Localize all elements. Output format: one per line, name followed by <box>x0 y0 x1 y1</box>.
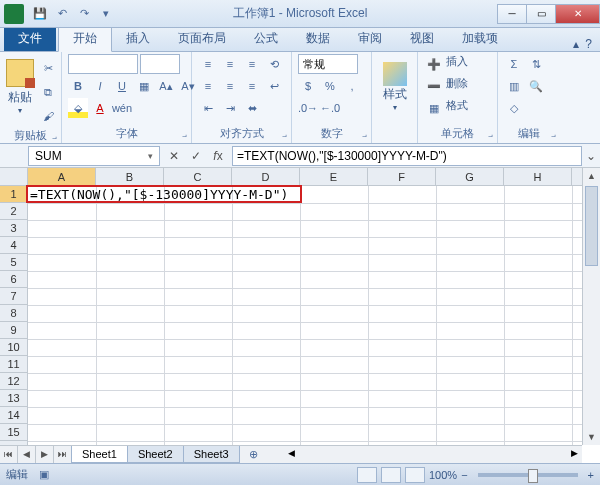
decrease-indent-icon[interactable]: ⇤ <box>198 98 218 118</box>
col-header-C[interactable]: C <box>164 168 232 185</box>
align-right-icon[interactable]: ≡ <box>242 76 262 96</box>
new-sheet-icon[interactable]: ⊕ <box>244 445 264 464</box>
col-header-H[interactable]: H <box>504 168 572 185</box>
sheet-last-icon[interactable]: ⏭ <box>54 446 72 463</box>
orientation-icon[interactable]: ⟲ <box>264 54 284 74</box>
col-header-E[interactable]: E <box>300 168 368 185</box>
row-header-10[interactable]: 10 <box>0 339 27 356</box>
sheet-first-icon[interactable]: ⏮ <box>0 446 18 463</box>
vertical-scrollbar[interactable]: ▲ ▼ <box>582 168 600 445</box>
page-break-view-button[interactable] <box>405 467 425 483</box>
row-header-4[interactable]: 4 <box>0 237 27 254</box>
minimize-button[interactable]: ─ <box>497 4 527 24</box>
align-top-icon[interactable]: ≡ <box>198 54 218 74</box>
italic-button[interactable]: I <box>90 76 110 96</box>
row-header-9[interactable]: 9 <box>0 322 27 339</box>
normal-view-button[interactable] <box>357 467 377 483</box>
fx-icon[interactable]: fx <box>210 149 226 163</box>
bold-button[interactable]: B <box>68 76 88 96</box>
styles-dropdown-icon[interactable]: ▾ <box>393 103 397 112</box>
horizontal-scrollbar[interactable]: ◀ ▶ <box>284 448 582 462</box>
row-header-2[interactable]: 2 <box>0 203 27 220</box>
cell-A1-editing[interactable]: =TEXT(NOW(),"[$-130000]YYYY-M-D") <box>28 186 290 203</box>
tab-file[interactable]: 文件 <box>4 26 56 51</box>
sheet-tab-2[interactable]: Sheet2 <box>127 446 184 463</box>
merge-center-icon[interactable]: ⬌ <box>242 98 262 118</box>
close-button[interactable]: ✕ <box>555 4 600 24</box>
scroll-up-icon[interactable]: ▲ <box>583 168 600 184</box>
phonetic-icon[interactable]: wén <box>112 98 132 118</box>
qat-dropdown-icon[interactable]: ▾ <box>98 6 114 22</box>
scroll-down-icon[interactable]: ▼ <box>583 429 600 445</box>
redo-icon[interactable]: ↷ <box>76 6 92 22</box>
row-header-15[interactable]: 15 <box>0 424 27 441</box>
align-bottom-icon[interactable]: ≡ <box>242 54 262 74</box>
tab-page-layout[interactable]: 页面布局 <box>164 26 240 51</box>
comma-icon[interactable]: , <box>342 76 362 96</box>
zoom-slider[interactable] <box>478 473 578 477</box>
minimize-ribbon-icon[interactable]: ▴ <box>573 37 579 51</box>
zoom-level[interactable]: 100% <box>429 469 457 481</box>
sheet-prev-icon[interactable]: ◀ <box>18 446 36 463</box>
cut-icon[interactable]: ✂ <box>38 58 58 78</box>
format-painter-icon[interactable]: 🖌 <box>38 106 58 126</box>
row-header-11[interactable]: 11 <box>0 356 27 373</box>
tab-review[interactable]: 审阅 <box>344 26 396 51</box>
col-header-A[interactable]: A <box>28 168 96 185</box>
scroll-left-icon[interactable]: ◀ <box>284 448 300 458</box>
currency-icon[interactable]: $ <box>298 76 318 96</box>
copy-icon[interactable]: ⧉ <box>38 82 58 102</box>
fill-color-button[interactable]: ⬙ <box>68 98 88 118</box>
row-header-6[interactable]: 6 <box>0 271 27 288</box>
maximize-button[interactable]: ▭ <box>526 4 556 24</box>
formula-bar[interactable]: =TEXT(NOW(),"[$-130000]YYYY-M-D") <box>232 146 582 166</box>
col-header-F[interactable]: F <box>368 168 436 185</box>
align-middle-icon[interactable]: ≡ <box>220 54 240 74</box>
autosum-icon[interactable]: Σ <box>504 54 524 74</box>
align-center-icon[interactable]: ≡ <box>220 76 240 96</box>
clear-icon[interactable]: ◇ <box>504 98 524 118</box>
paste-dropdown-icon[interactable]: ▾ <box>18 106 22 115</box>
undo-icon[interactable]: ↶ <box>54 6 70 22</box>
tab-data[interactable]: 数据 <box>292 26 344 51</box>
zoom-out-button[interactable]: − <box>461 469 467 481</box>
decrease-decimal-icon[interactable]: ←.0 <box>320 98 340 118</box>
row-header-12[interactable]: 12 <box>0 373 27 390</box>
macro-record-icon[interactable]: ▣ <box>34 465 54 485</box>
cells-grid[interactable]: =TEXT(NOW(),"[$-130000]YYYY-M-D") <box>28 186 582 445</box>
increase-decimal-icon[interactable]: .0→ <box>298 98 318 118</box>
increase-indent-icon[interactable]: ⇥ <box>220 98 240 118</box>
insert-cells-button[interactable]: ➕插入 <box>424 54 468 74</box>
tab-home[interactable]: 开始 <box>58 25 112 52</box>
row-header-5[interactable]: 5 <box>0 254 27 271</box>
scroll-right-icon[interactable]: ▶ <box>566 448 582 458</box>
save-icon[interactable]: 💾 <box>32 6 48 22</box>
row-header-13[interactable]: 13 <box>0 390 27 407</box>
tab-addins[interactable]: 加载项 <box>448 26 512 51</box>
format-cells-button[interactable]: ▦格式 <box>424 98 468 118</box>
zoom-in-button[interactable]: + <box>588 469 594 481</box>
font-name-combo[interactable] <box>68 54 138 74</box>
paste-button[interactable]: 粘贴 ▾ <box>6 54 34 120</box>
col-header-B[interactable]: B <box>96 168 164 185</box>
sheet-tab-3[interactable]: Sheet3 <box>183 446 240 463</box>
row-header-3[interactable]: 3 <box>0 220 27 237</box>
grow-font-icon[interactable]: A▴ <box>156 76 176 96</box>
page-layout-view-button[interactable] <box>381 467 401 483</box>
styles-button[interactable]: 样式 ▾ <box>378 54 411 120</box>
row-header-1[interactable]: 1 <box>0 186 27 203</box>
delete-cells-button[interactable]: ➖删除 <box>424 76 468 96</box>
col-header-D[interactable]: D <box>232 168 300 185</box>
sheet-tab-1[interactable]: Sheet1 <box>71 446 128 463</box>
align-left-icon[interactable]: ≡ <box>198 76 218 96</box>
percent-icon[interactable]: % <box>320 76 340 96</box>
help-icon[interactable]: ? <box>585 37 592 51</box>
col-header-G[interactable]: G <box>436 168 504 185</box>
underline-button[interactable]: U <box>112 76 132 96</box>
fill-icon[interactable]: ▥ <box>504 76 524 96</box>
font-color-button[interactable]: A <box>90 98 110 118</box>
row-header-8[interactable]: 8 <box>0 305 27 322</box>
name-box-dropdown-icon[interactable]: ▾ <box>148 151 153 161</box>
row-header-7[interactable]: 7 <box>0 288 27 305</box>
select-all-corner[interactable] <box>0 168 28 186</box>
